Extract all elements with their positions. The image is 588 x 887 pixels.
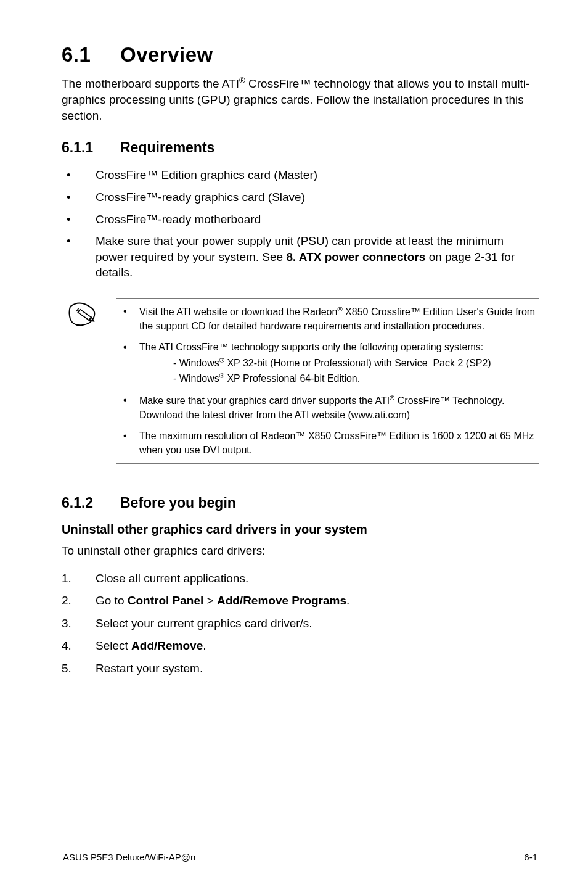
section-heading: 6.1Overview (62, 43, 539, 67)
subsection-heading-611: 6.1.1Requirements (62, 139, 539, 156)
step-text: . (203, 639, 206, 652)
note-text: The ATI CrossFire™ technology supports o… (139, 342, 483, 352)
footer-right: 6-1 (524, 852, 537, 862)
subsection-title: Before you begin (120, 495, 236, 511)
note-item: The ATI CrossFire™ technology supports o… (116, 340, 539, 386)
page-footer: ASUS P5E3 Deluxe/WiFi-AP@n 6-1 (62, 852, 539, 887)
step-text: Select (96, 639, 131, 652)
subsection-heading-612: 6.1.2Before you begin (62, 495, 539, 511)
step-item: Restart your system. (62, 660, 539, 678)
steps-list: Close all current applications. Go to Co… (62, 570, 539, 678)
note-subitem: - Windows® XP 32-bit (Home or Profession… (173, 356, 539, 371)
svg-line-1 (78, 310, 80, 313)
note-box: Visit the ATI website or download the Ra… (62, 298, 539, 464)
section-title: Overview (120, 43, 213, 66)
section-number: 6.1 (62, 43, 120, 67)
note-body: Visit the ATI website or download the Ra… (116, 298, 539, 464)
step-item: Go to Control Panel > Add/Remove Program… (62, 592, 539, 610)
step-bold: Add/Remove Programs (217, 594, 346, 607)
step-bold: Control Panel (128, 594, 204, 607)
intro-paragraph: The motherboard supports the ATI® CrossF… (62, 75, 539, 123)
svg-rect-0 (78, 310, 91, 321)
list-item: CrossFire™-ready graphics card (Slave) (62, 189, 539, 205)
list-item: CrossFire™ Edition graphics card (Master… (62, 167, 539, 183)
requirements-list: CrossFire™ Edition graphics card (Master… (62, 167, 539, 281)
note-subitem: - Windows® XP Professional 64-bit Editio… (173, 371, 539, 386)
step-bold: Add/Remove (131, 639, 203, 652)
svg-line-2 (76, 308, 78, 311)
note-item: Make sure that your graphics card driver… (116, 394, 539, 422)
step-text: Go to (96, 594, 128, 607)
subsection-number: 6.1.2 (62, 495, 120, 511)
list-item: Make sure that your power supply unit (P… (62, 233, 539, 281)
list-item: CrossFire™-ready motherboard (62, 212, 539, 228)
note-item: The maximum resolution of Radeon™ X850 C… (116, 429, 539, 457)
pencil-note-icon (67, 298, 116, 329)
step-text: > (203, 594, 217, 607)
sub-subheading: Uninstall other graphics card drivers in… (62, 522, 539, 537)
step-item: Select Add/Remove. (62, 637, 539, 655)
step-text: . (346, 594, 349, 607)
footer-left: ASUS P5E3 Deluxe/WiFi-AP@n (63, 852, 195, 862)
lead-text: To uninstall other graphics card drivers… (62, 543, 539, 559)
note-item: Visit the ATI website or download the Ra… (116, 305, 539, 333)
subsection-title: Requirements (120, 139, 214, 155)
step-item: Select your current graphics card driver… (62, 615, 539, 633)
step-item: Close all current applications. (62, 570, 539, 588)
subsection-number: 6.1.1 (62, 139, 120, 156)
